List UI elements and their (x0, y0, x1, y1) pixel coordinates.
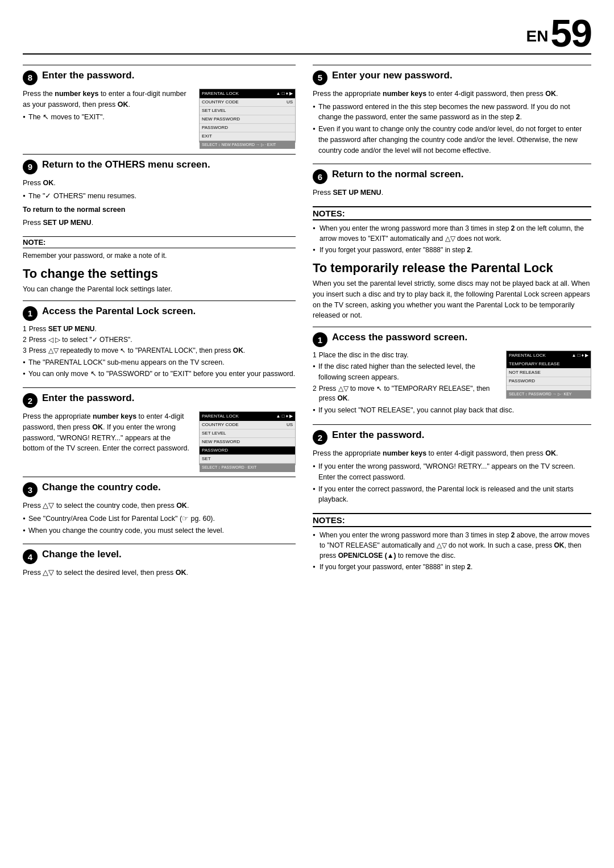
change-step-4-section: 4 Change the level. Press △▽ to select t… (23, 544, 296, 578)
step-9-section: 9 Return to the OTHERS menu screen. Pres… (23, 154, 296, 228)
change-step-2-screen: PARENTAL LOCK ▲ □ ♦ ▶ COUNTRY CODEUS SET… (199, 411, 296, 465)
step-9-press: Press OK. (23, 178, 296, 189)
step-5-number: 5 (313, 70, 327, 85)
step-6-header: 6 Return to the normal screen. (313, 169, 591, 184)
screen-top-bar: PARENTAL LOCK ▲ □ ♦ ▶ (200, 89, 295, 98)
change-step-1-bullet-2: You can only move ↖ to "PASSWORD" or to … (23, 369, 296, 379)
change-step-1-bullet-1: The "PARENTAL LOCK" sub-menu appears on … (23, 357, 296, 368)
screen-bottom: SELECT ↕ NEW PASSWORD → ▷ · EXIT (200, 141, 295, 149)
change-step-2-number: 2 (23, 393, 38, 408)
change-step-1-header: 1 Access the Parental Lock screen. (23, 306, 296, 321)
change-step-3-header: 3 Change the country code. (23, 482, 296, 497)
change-step-4-header: 4 Change the level. (23, 549, 296, 564)
screen-row: SET (200, 455, 295, 464)
step-9-sub-body: Press SET UP MENU. (23, 218, 296, 228)
temp-step-2-bullet-2: If you enter the correct password, the P… (313, 484, 591, 506)
temp-step-2-header: 2 Enter the password. (313, 429, 591, 445)
num-item: 2Press △▽ to move ↖ to "TEMPORARY RELEAS… (313, 384, 500, 404)
change-step-3-number: 3 (23, 482, 38, 497)
step-6-title: Return to the normal screen. (332, 169, 463, 180)
screen-bottom-2: SELECT ↕ PASSWORD · EXIT (200, 464, 295, 472)
temp-step-2-section: 2 Enter the password. Press the appropri… (313, 424, 591, 505)
change-step-1-number: 1 (23, 306, 38, 321)
change-step-1-title: Access the Parental Lock screen. (42, 306, 196, 317)
notes-bottom-title: NOTES: (313, 513, 591, 527)
step-5-body: Press the appropriate number keys to ent… (313, 89, 591, 156)
note-body: Remember your password, or make a note o… (23, 251, 296, 261)
change-step-3-text: Press △▽ to select the country code, the… (23, 500, 296, 511)
num-item: 1Place the disc in the disc tray. (313, 350, 500, 360)
step-6-body: Press SET UP MENU. (313, 187, 591, 198)
temp-step-2-number: 2 (313, 430, 327, 445)
step-8-bullet: The ↖ moves to "EXIT". (23, 112, 296, 123)
right-column: 5 Enter your new password. Press the app… (313, 65, 591, 586)
notes-right-block: NOTES: When you enter the wrong password… (313, 206, 591, 255)
num-list: 1Press SET UP MENU. 2Press ◁ ▷ to select… (23, 324, 296, 356)
change-step-1-section: 1 Access the Parental Lock screen. 1Pres… (23, 301, 296, 380)
step-8-header: 8 Enter the password. (23, 70, 296, 85)
num-item: 3Press △▽ repeatedly to move ↖ to "PAREN… (23, 346, 296, 356)
notes-bottom-block: NOTES: When you enter the wrong password… (313, 513, 591, 572)
step-9-body: Press OK. The "✓ OTHERS" menu resumes. T… (23, 178, 296, 228)
change-step-2-body: PARENTAL LOCK ▲ □ ♦ ▶ COUNTRY CODEUS SET… (23, 411, 296, 469)
step-5-section: 5 Enter your new password. Press the app… (313, 65, 591, 156)
step-5-title: Enter your new password. (332, 70, 453, 81)
notes-right-bullet-1: When you enter the wrong password more t… (313, 223, 591, 244)
change-settings-desc: You can change the Parental lock setting… (23, 284, 296, 295)
step-5-bullet-1: The password entered in the this step be… (313, 102, 591, 123)
notes-right-bullet-2: If you forget your password, enter "8888… (313, 245, 591, 255)
change-step-3-bullet-1: See "Country/Area Code List for Parental… (23, 514, 296, 524)
num-item: 1Press SET UP MENU. (23, 324, 296, 334)
change-step-2-title: Enter the password. (42, 393, 134, 404)
screen-bottom-temp: SELECT ↕ PASSWORD → ▷ · KEY (507, 390, 591, 399)
main-content: 8 Enter the password. PARENTAL LOCK ▲ □ … (23, 65, 591, 586)
screen-top-bar-temp: PARENTAL LOCK ▲ □ ♦ ▶ (507, 351, 591, 360)
change-settings-title: To change the settings (23, 266, 296, 281)
temp-step-1-header: 1 Access the password screen. (313, 332, 591, 347)
step-8-body: PARENTAL LOCK ▲ □ ♦ ▶ COUNTRY CODEUS SET… (23, 89, 296, 146)
page-number: 59 (550, 17, 591, 50)
num-item: 2Press ◁ ▷ to select "✓ OTHERS". (23, 335, 296, 345)
notes-bottom-bullet-1: When you enter the wrong password more t… (313, 530, 591, 561)
step-5-text: Press the appropriate number keys to ent… (313, 89, 591, 99)
temp-step-1-bullet-1: If the disc rated higher than the select… (313, 361, 591, 383)
step-9-header: 9 Return to the OTHERS menu screen. (23, 159, 296, 174)
change-step-3-title: Change the country code. (42, 482, 161, 493)
note-text: Remember your password, or make a note o… (23, 251, 296, 261)
screen-row-highlighted: PASSWORD (200, 446, 295, 455)
change-step-2-header: 2 Enter the password. (23, 393, 296, 408)
change-step-4-body: Press △▽ to select the desired level, th… (23, 567, 296, 578)
temp-step-1-number: 1 (313, 332, 327, 347)
note-title: NOTE: (23, 236, 296, 248)
notes-right-body: When you enter the wrong password more t… (313, 223, 591, 255)
step-9-title: Return to the OTHERS menu screen. (42, 159, 210, 170)
screen-row: PASSWORD (200, 124, 295, 132)
change-step-3-section: 3 Change the country code. Press △▽ to s… (23, 477, 296, 536)
notes-bottom-bullet-2: If you forget your password, enter "8888… (313, 562, 591, 572)
notes-bottom-body: When you enter the wrong password more t… (313, 530, 591, 572)
screen-row: SET LEVEL (200, 429, 295, 438)
step-6-section: 6 Return to the normal screen. Press SET… (313, 164, 591, 198)
change-step-4-text: Press △▽ to select the desired level, th… (23, 567, 296, 578)
temp-step-1-section: 1 Access the password screen. PARENTAL L… (313, 327, 591, 416)
temp-step-2-text: Press the appropriate number keys to ent… (313, 448, 591, 459)
temp-step-2-body: Press the appropriate number keys to ent… (313, 448, 591, 505)
page-header: EN 59 (23, 17, 591, 55)
temp-step-2-bullet-1: If you enter the wrong password, "WRONG!… (313, 461, 591, 483)
screen-row: COUNTRY CODEUS (200, 421, 295, 429)
temp-release-desc: When you set the parental level strictly… (313, 278, 591, 321)
step-8-section: 8 Enter the password. PARENTAL LOCK ▲ □ … (23, 65, 296, 146)
step-9-bullet: The "✓ OTHERS" menu resumes. (23, 191, 296, 202)
step-5-bullet-2: Even if you want to change only the coun… (313, 124, 591, 156)
step-8-number: 8 (23, 70, 38, 85)
page: EN 59 8 Enter the password. PARENTAL LOC… (0, 0, 614, 868)
change-settings-section: To change the settings You can change th… (23, 266, 296, 295)
screen-row: COUNTRY CODEUS (200, 98, 295, 107)
temp-step-1-body: PARENTAL LOCK ▲ □ ♦ ▶ TEMPORARY RELEASE … (313, 350, 591, 416)
change-step-3-body: Press △▽ to select the country code, the… (23, 500, 296, 536)
change-step-3-bullet-2: When you change the country code, you mu… (23, 525, 296, 536)
step-6-text: Press SET UP MENU. (313, 187, 591, 198)
step-9-subheader: To return to the normal screen (23, 205, 296, 215)
temp-release-section: To temporarily release the Parental Lock… (313, 261, 591, 321)
step-9-number: 9 (23, 160, 38, 174)
